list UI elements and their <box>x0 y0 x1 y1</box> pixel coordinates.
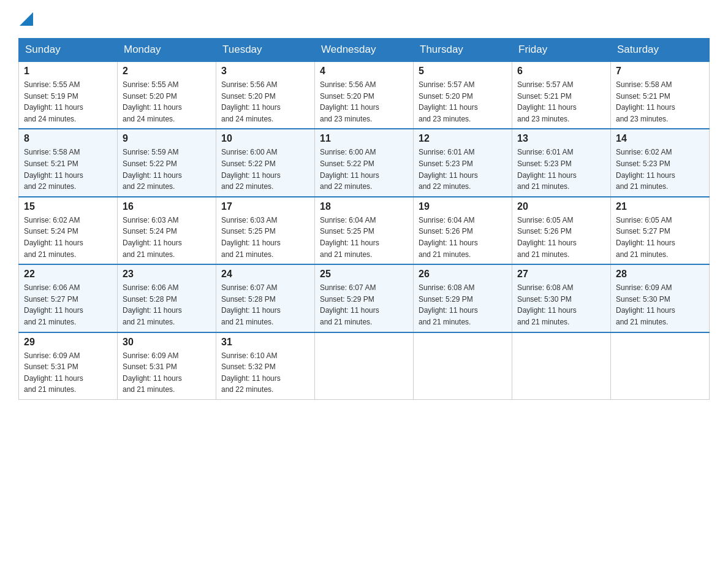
day-number: 2 <box>123 66 211 77</box>
calendar-cell: 19 Sunrise: 6:04 AM Sunset: 5:26 PM Dayl… <box>414 197 512 264</box>
week-row-2: 8 Sunrise: 5:58 AM Sunset: 5:21 PM Dayli… <box>19 129 710 196</box>
day-info: Sunrise: 5:59 AM Sunset: 5:22 PM Dayligh… <box>123 148 182 191</box>
day-number: 12 <box>419 133 507 144</box>
day-number: 29 <box>24 337 112 348</box>
day-number: 13 <box>517 133 605 144</box>
col-header-tuesday: Tuesday <box>216 39 315 62</box>
calendar-cell: 23 Sunrise: 6:06 AM Sunset: 5:28 PM Dayl… <box>118 264 216 332</box>
day-number: 9 <box>123 133 211 144</box>
calendar-cell <box>512 332 611 400</box>
day-number: 15 <box>24 201 112 212</box>
day-number: 28 <box>616 269 704 280</box>
day-info: Sunrise: 6:03 AM Sunset: 5:25 PM Dayligh… <box>221 216 281 259</box>
day-number: 25 <box>320 269 408 280</box>
day-number: 14 <box>616 133 704 144</box>
day-info: Sunrise: 6:00 AM Sunset: 5:22 PM Dayligh… <box>221 148 281 191</box>
svg-marker-0 <box>20 12 33 26</box>
day-number: 21 <box>616 201 704 212</box>
week-row-4: 22 Sunrise: 6:06 AM Sunset: 5:27 PM Dayl… <box>19 264 710 332</box>
calendar-table: SundayMondayTuesdayWednesdayThursdayFrid… <box>18 38 710 400</box>
day-info: Sunrise: 6:07 AM Sunset: 5:29 PM Dayligh… <box>320 283 379 326</box>
day-info: Sunrise: 6:04 AM Sunset: 5:25 PM Dayligh… <box>320 216 379 259</box>
col-header-monday: Monday <box>118 39 216 62</box>
calendar-cell: 26 Sunrise: 6:08 AM Sunset: 5:29 PM Dayl… <box>414 264 512 332</box>
calendar-cell: 31 Sunrise: 6:10 AM Sunset: 5:32 PM Dayl… <box>216 332 315 400</box>
day-info: Sunrise: 6:06 AM Sunset: 5:27 PM Dayligh… <box>24 283 83 326</box>
day-info: Sunrise: 6:09 AM Sunset: 5:31 PM Dayligh… <box>123 351 182 394</box>
day-info: Sunrise: 6:04 AM Sunset: 5:26 PM Dayligh… <box>419 216 478 259</box>
day-info: Sunrise: 6:00 AM Sunset: 5:22 PM Dayligh… <box>320 148 379 191</box>
day-info: Sunrise: 5:57 AM Sunset: 5:21 PM Dayligh… <box>517 80 577 123</box>
day-info: Sunrise: 6:03 AM Sunset: 5:24 PM Dayligh… <box>123 216 182 259</box>
calendar-cell: 24 Sunrise: 6:07 AM Sunset: 5:28 PM Dayl… <box>216 264 315 332</box>
day-number: 5 <box>419 66 507 77</box>
day-info: Sunrise: 6:07 AM Sunset: 5:28 PM Dayligh… <box>221 283 281 326</box>
day-number: 23 <box>123 269 211 280</box>
col-header-wednesday: Wednesday <box>315 39 414 62</box>
week-row-5: 29 Sunrise: 6:09 AM Sunset: 5:31 PM Dayl… <box>19 332 710 400</box>
calendar-cell: 28 Sunrise: 6:09 AM Sunset: 5:30 PM Dayl… <box>611 264 710 332</box>
calendar-cell: 30 Sunrise: 6:09 AM Sunset: 5:31 PM Dayl… <box>118 332 216 400</box>
calendar-cell: 2 Sunrise: 5:55 AM Sunset: 5:20 PM Dayli… <box>118 61 216 129</box>
calendar-cell: 29 Sunrise: 6:09 AM Sunset: 5:31 PM Dayl… <box>19 332 118 400</box>
day-info: Sunrise: 6:02 AM Sunset: 5:24 PM Dayligh… <box>24 216 83 259</box>
day-number: 1 <box>24 66 112 77</box>
day-info: Sunrise: 5:55 AM Sunset: 5:19 PM Dayligh… <box>24 80 83 123</box>
week-row-3: 15 Sunrise: 6:02 AM Sunset: 5:24 PM Dayl… <box>19 197 710 264</box>
day-number: 11 <box>320 133 408 144</box>
day-number: 3 <box>221 66 309 77</box>
calendar-cell: 5 Sunrise: 5:57 AM Sunset: 5:20 PM Dayli… <box>414 61 512 129</box>
day-number: 10 <box>221 133 309 144</box>
calendar-cell <box>315 332 414 400</box>
day-info: Sunrise: 6:10 AM Sunset: 5:32 PM Dayligh… <box>221 351 281 394</box>
day-number: 17 <box>221 201 309 212</box>
calendar-cell: 16 Sunrise: 6:03 AM Sunset: 5:24 PM Dayl… <box>118 197 216 264</box>
day-info: Sunrise: 6:08 AM Sunset: 5:29 PM Dayligh… <box>419 283 478 326</box>
col-header-sunday: Sunday <box>19 39 118 62</box>
day-info: Sunrise: 6:01 AM Sunset: 5:23 PM Dayligh… <box>419 148 478 191</box>
day-number: 18 <box>320 201 408 212</box>
calendar-cell <box>611 332 710 400</box>
calendar-cell: 27 Sunrise: 6:08 AM Sunset: 5:30 PM Dayl… <box>512 264 611 332</box>
calendar-cell: 10 Sunrise: 6:00 AM Sunset: 5:22 PM Dayl… <box>216 129 315 196</box>
calendar-cell: 17 Sunrise: 6:03 AM Sunset: 5:25 PM Dayl… <box>216 197 315 264</box>
calendar-cell: 13 Sunrise: 6:01 AM Sunset: 5:23 PM Dayl… <box>512 129 611 196</box>
calendar-cell: 3 Sunrise: 5:56 AM Sunset: 5:20 PM Dayli… <box>216 61 315 129</box>
col-header-thursday: Thursday <box>414 39 512 62</box>
day-number: 26 <box>419 269 507 280</box>
day-info: Sunrise: 5:55 AM Sunset: 5:20 PM Dayligh… <box>123 80 182 123</box>
day-info: Sunrise: 6:06 AM Sunset: 5:28 PM Dayligh… <box>123 283 182 326</box>
day-info: Sunrise: 5:56 AM Sunset: 5:20 PM Dayligh… <box>221 80 281 123</box>
calendar-header-row: SundayMondayTuesdayWednesdayThursdayFrid… <box>19 39 710 62</box>
logo-triangle-icon <box>20 12 33 26</box>
day-info: Sunrise: 6:08 AM Sunset: 5:30 PM Dayligh… <box>517 283 577 326</box>
calendar-cell <box>414 332 512 400</box>
calendar-cell: 18 Sunrise: 6:04 AM Sunset: 5:25 PM Dayl… <box>315 197 414 264</box>
col-header-saturday: Saturday <box>611 39 710 62</box>
calendar-cell: 12 Sunrise: 6:01 AM Sunset: 5:23 PM Dayl… <box>414 129 512 196</box>
calendar-cell: 21 Sunrise: 6:05 AM Sunset: 5:27 PM Dayl… <box>611 197 710 264</box>
day-info: Sunrise: 6:09 AM Sunset: 5:30 PM Dayligh… <box>616 283 675 326</box>
day-info: Sunrise: 5:56 AM Sunset: 5:20 PM Dayligh… <box>320 80 379 123</box>
day-info: Sunrise: 6:01 AM Sunset: 5:23 PM Dayligh… <box>517 148 577 191</box>
calendar-cell: 4 Sunrise: 5:56 AM Sunset: 5:20 PM Dayli… <box>315 61 414 129</box>
day-number: 27 <box>517 269 605 280</box>
calendar-cell: 20 Sunrise: 6:05 AM Sunset: 5:26 PM Dayl… <box>512 197 611 264</box>
day-info: Sunrise: 6:09 AM Sunset: 5:31 PM Dayligh… <box>24 351 83 394</box>
calendar-cell: 1 Sunrise: 5:55 AM Sunset: 5:19 PM Dayli… <box>19 61 118 129</box>
calendar-cell: 25 Sunrise: 6:07 AM Sunset: 5:29 PM Dayl… <box>315 264 414 332</box>
day-number: 8 <box>24 133 112 144</box>
logo <box>18 12 33 26</box>
day-number: 22 <box>24 269 112 280</box>
day-number: 31 <box>221 337 309 348</box>
col-header-friday: Friday <box>512 39 611 62</box>
day-number: 6 <box>517 66 605 77</box>
calendar-cell: 22 Sunrise: 6:06 AM Sunset: 5:27 PM Dayl… <box>19 264 118 332</box>
day-number: 30 <box>123 337 211 348</box>
calendar-cell: 7 Sunrise: 5:58 AM Sunset: 5:21 PM Dayli… <box>611 61 710 129</box>
day-info: Sunrise: 6:05 AM Sunset: 5:26 PM Dayligh… <box>517 216 577 259</box>
calendar-cell: 6 Sunrise: 5:57 AM Sunset: 5:21 PM Dayli… <box>512 61 611 129</box>
calendar-cell: 15 Sunrise: 6:02 AM Sunset: 5:24 PM Dayl… <box>19 197 118 264</box>
day-number: 4 <box>320 66 408 77</box>
day-number: 16 <box>123 201 211 212</box>
